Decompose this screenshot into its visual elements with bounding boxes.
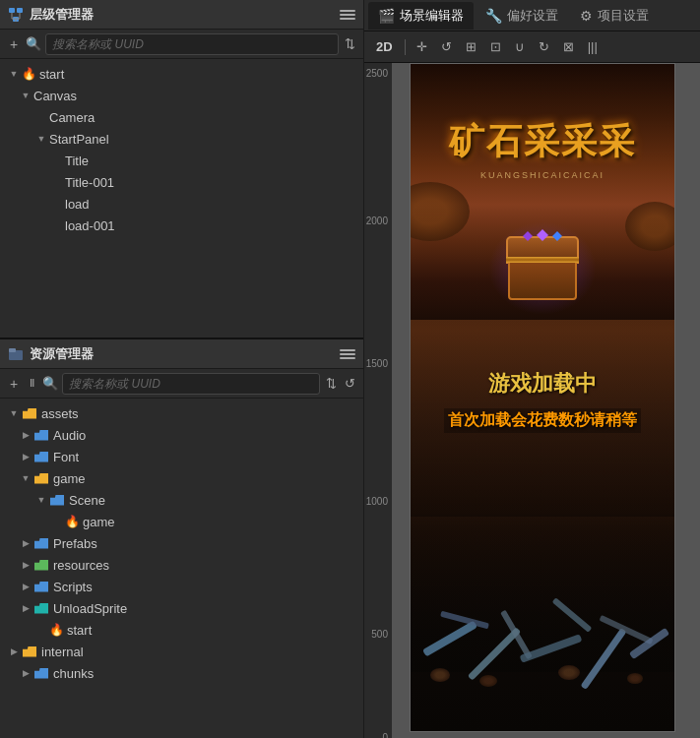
assets-tree: assets Audio Font game [0,399,363,738]
preferences-icon: 🔧 [485,8,502,24]
asset-item-audio[interactable]: Audio [0,424,363,446]
arrow-assets [8,407,20,419]
label-start: start [39,67,64,82]
asset-item-game[interactable]: game [0,467,363,489]
tree-item-title[interactable]: Title [0,150,363,171]
arrow-scripts [20,581,32,592]
tab-preferences[interactable]: 🔧 偏好设置 [476,2,568,30]
folder-icon-chunks [33,666,49,680]
grid-button[interactable]: ||| [583,36,603,57]
assets-sort-button[interactable]: ⇅ [324,374,339,393]
label-gamescene: game [83,515,115,529]
svg-rect-1 [17,8,23,13]
asset-item-prefabs[interactable]: Prefabs [0,532,363,554]
move-tool-button[interactable]: ✛ [412,36,432,57]
tree-item-load001[interactable]: load-001 [0,215,363,236]
folder-icon-unloadsprite [33,601,49,615]
folder-icon-scene [49,493,65,507]
folder-icon-assets [22,406,37,420]
tab-scene-editor[interactable]: 🎬 场景编辑器 [368,2,474,30]
ruler-mark-0: 0 [382,732,388,738]
assets-search-icon: 🔍 [42,376,58,391]
scene-icon-start: 🔥 [22,67,35,81]
scene-view: 2500 2000 1500 1000 500 0 矿石采采采 KUANGSHI… [364,63,700,738]
assets-header: 资源管理器 [0,339,363,369]
asset-item-font[interactable]: Font [0,446,363,467]
hierarchy-panel: 层级管理器 + 🔍 ⇅ 🔥 start Canvas [0,0,363,339]
sort-button[interactable]: ⇅ [343,34,357,53]
arrow-internal [8,646,20,657]
ruler-mark-2000: 2000 [366,215,388,226]
tree-item-title001[interactable]: Title-001 [0,171,363,193]
asset-item-resources[interactable]: resources [0,554,363,576]
svg-rect-0 [9,8,15,13]
assets-panel: 资源管理器 + Ⅱ 🔍 ⇅ ↺ assets Au [0,339,363,738]
asset-item-internal[interactable]: internal [0,641,363,662]
arrow-game [20,472,32,484]
folder-icon-game [33,471,49,485]
mode-2d-button[interactable]: 2D [370,36,399,57]
arrow-canvas [20,90,32,101]
asset-item-scripts[interactable]: Scripts [0,576,363,597]
redo-button[interactable]: ↻ [534,36,554,57]
tree-item-canvas[interactable]: Canvas [0,85,363,106]
hierarchy-menu-button[interactable] [340,7,355,23]
scene-editor-icon: 🎬 [378,8,395,24]
assets-title: 资源管理器 [30,345,94,363]
ruler-mark-2500: 2500 [366,68,388,79]
folder-icon-scripts [33,580,49,593]
top-tabs: 🎬 场景编辑器 🔧 偏好设置 ⚙ 项目设置 [364,0,700,31]
scene-icon-start2: 🔥 [49,623,63,637]
assets-menu-button[interactable] [340,346,355,362]
tree-item-load[interactable]: load [0,193,363,215]
game-screen: 矿石采采采 KUANGSHICAICAICAI [410,63,675,732]
assets-add-button[interactable]: + [6,374,22,394]
hierarchy-icon [8,7,24,23]
hierarchy-search-input[interactable] [45,33,339,55]
arrow-scene [35,494,47,506]
rotate-tool-button[interactable]: ↺ [436,36,457,57]
tree-item-camera[interactable]: Camera [0,106,363,128]
asset-item-chunks[interactable]: chunks [0,662,363,684]
asset-item-startscene[interactable]: 🔥 start [0,619,363,641]
tree-item-start[interactable]: 🔥 start [0,63,363,85]
label-assets: assets [41,406,79,421]
asset-item-gamescene[interactable]: 🔥 game [0,511,363,532]
tab-project-settings[interactable]: ⚙ 项目设置 [570,2,659,30]
hierarchy-tree: 🔥 start Canvas Camera StartPanel Title [0,59,363,338]
asset-item-assets[interactable]: assets [0,402,363,424]
arrow-resources [20,559,32,571]
toolbar-separator [405,39,406,55]
game-title: 矿石采采采 [414,118,670,166]
ruler-mark-1000: 1000 [366,496,388,507]
transform-button[interactable]: ⊠ [558,36,579,57]
ruler-mark-1500: 1500 [366,358,388,369]
asset-item-unloadsprite[interactable]: UnloadSprite [0,597,363,619]
loading-hint: 首次加载会花费数秒请稍等 [444,408,641,433]
union-tool-button[interactable]: ∪ [510,36,530,57]
asset-item-scene[interactable]: Scene [0,489,363,511]
label-canvas: Canvas [33,89,77,103]
left-panel: 层级管理器 + 🔍 ⇅ 🔥 start Canvas [0,0,364,738]
label-load: load [65,197,90,212]
label-game: game [53,471,86,486]
assets-search-input[interactable] [62,373,320,395]
tab-scene-editor-label: 场景编辑器 [400,7,464,25]
add-node-button[interactable]: + [6,34,22,54]
folder-icon-resources [33,558,49,572]
folder-icon-audio [33,428,49,442]
assets-refresh-button[interactable]: ↺ [343,374,357,393]
tree-item-startpanel[interactable]: StartPanel [0,128,363,150]
loading-text: 游戏加载中 [488,369,597,399]
assets-toolbar: + Ⅱ 🔍 ⇅ ↺ [0,369,363,399]
assets-layout-button[interactable]: Ⅱ [26,375,38,392]
scale-tool-button[interactable]: ⊞ [461,36,481,57]
rect-tool-button[interactable]: ⊡ [485,36,506,57]
assets-header-left: 资源管理器 [8,345,94,363]
hierarchy-header: 层级管理器 [0,0,363,30]
arrow-audio [20,429,32,441]
project-settings-icon: ⚙ [580,8,593,24]
game-subtitle: KUANGSHICAICAICAI [480,170,605,180]
right-panel: 🎬 场景编辑器 🔧 偏好设置 ⚙ 项目设置 2D ✛ ↺ ⊞ ⊡ ∪ ↻ ⊠ |… [364,0,700,738]
label-internal: internal [41,645,84,659]
